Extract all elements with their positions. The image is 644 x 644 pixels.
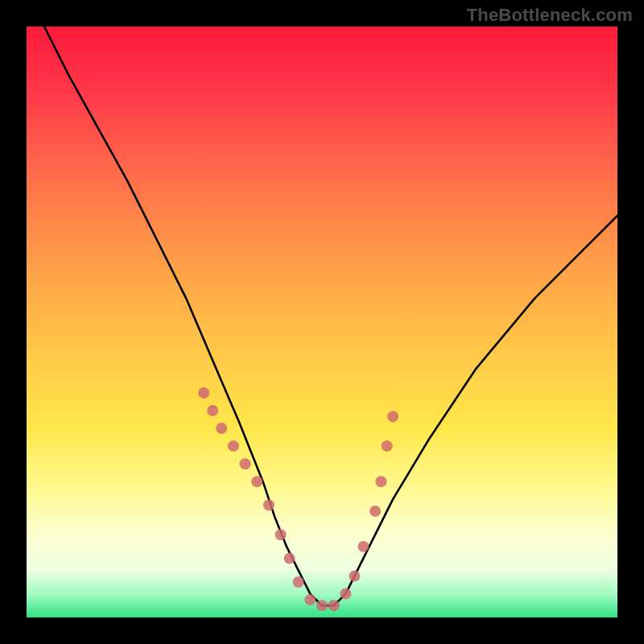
bottleneck-curve [44,27,617,605]
marker-point [349,571,360,582]
marker-point [340,588,351,600]
marker-point [207,405,218,416]
marker-point [304,594,316,605]
chart-svg [27,27,617,617]
marker-point [198,387,209,398]
marker-point [387,411,398,422]
marker-point [263,500,275,511]
marker-point [328,600,340,611]
chart-frame: TheBottleneck.com [0,0,644,644]
marker-point [216,423,227,434]
marker-point [382,440,393,452]
watermark-label: TheBottleneck.com [467,5,633,26]
marker-point [375,476,386,487]
marker-point [240,458,251,469]
marker-point [275,529,287,540]
marker-point [284,553,295,564]
marker-point [293,576,304,588]
marker-point [228,440,239,452]
marker-point [316,600,328,611]
marker-point [357,541,369,552]
plot-area [27,27,617,617]
sample-points [198,387,398,611]
marker-point [251,476,262,487]
marker-point [369,506,381,517]
